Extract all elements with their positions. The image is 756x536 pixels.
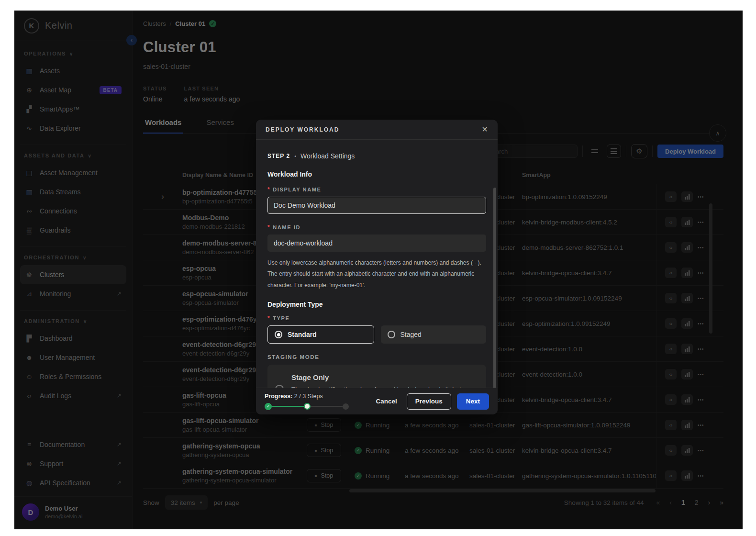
modal-title: DEPLOY WORKLOAD (266, 126, 339, 133)
step-name: Workload Settings (300, 152, 355, 160)
staging-mode-label: STAGING MODE (267, 354, 486, 360)
previous-button[interactable]: Previous (407, 393, 451, 410)
workload-info-heading: Workload Info (267, 170, 486, 178)
next-button[interactable]: Next (457, 393, 489, 410)
close-icon: ✕ (482, 125, 488, 134)
stage-only-description: The cloud notifies the edge of a workloa… (291, 385, 473, 388)
modal-body: STEP 2 • Workload Settings Workload Info… (256, 140, 498, 388)
required-asterisk: * (267, 315, 270, 322)
required-asterisk: * (267, 186, 270, 193)
deployment-type-heading: Deployment Type (267, 301, 486, 308)
type-label: * TYPE (267, 315, 486, 322)
display-name-label: * DISPLAY NAME (267, 186, 486, 193)
required-asterisk: * (267, 224, 270, 231)
name-id-help-text: Use only lowercase alphanumeric characte… (267, 257, 484, 291)
cancel-button[interactable]: Cancel (372, 398, 400, 405)
radio-unselected-icon (388, 331, 395, 338)
deploy-workload-modal: DEPLOY WORKLOAD ✕ STEP 2 • Workload Sett… (256, 120, 498, 414)
modal-header: DEPLOY WORKLOAD ✕ (256, 120, 498, 140)
progress-label: Progress: (265, 393, 292, 400)
close-button[interactable]: ✕ (482, 125, 488, 134)
step-pending-icon (343, 403, 349, 410)
app-window: K Kelvin OPERATIONS ∨ ▦ Assets ⊕ Asset M… (14, 11, 743, 529)
stage-only-option[interactable]: Stage Only The cloud notifies the edge o… (267, 365, 486, 388)
stage-only-title: Stage Only (291, 373, 473, 381)
step-complete-icon: ✓ (265, 403, 272, 410)
name-id-label: * NAME ID (267, 224, 486, 231)
type-option-staged[interactable]: Staged (381, 325, 487, 344)
step-current-icon (304, 403, 311, 410)
radio-selected-icon (275, 331, 282, 338)
progress-indicator: Progress: 2 / 3 Steps ✓ (265, 393, 351, 410)
type-option-standard[interactable]: Standard (267, 325, 374, 344)
step-label: STEP 2 (267, 153, 290, 159)
name-id-input[interactable] (267, 234, 486, 252)
type-radio-group: Standard Staged (267, 325, 486, 344)
step-bullet-icon: • (294, 153, 296, 159)
radio-unselected-icon (275, 385, 284, 388)
step-progress-bar: ✓ (265, 403, 349, 410)
modal-scrollbar[interactable] (493, 188, 496, 388)
display-name-input[interactable] (267, 197, 486, 214)
progress-value: 2 / 3 Steps (294, 393, 323, 400)
modal-footer: Progress: 2 / 3 Steps ✓ Cancel Previous … (256, 388, 498, 414)
